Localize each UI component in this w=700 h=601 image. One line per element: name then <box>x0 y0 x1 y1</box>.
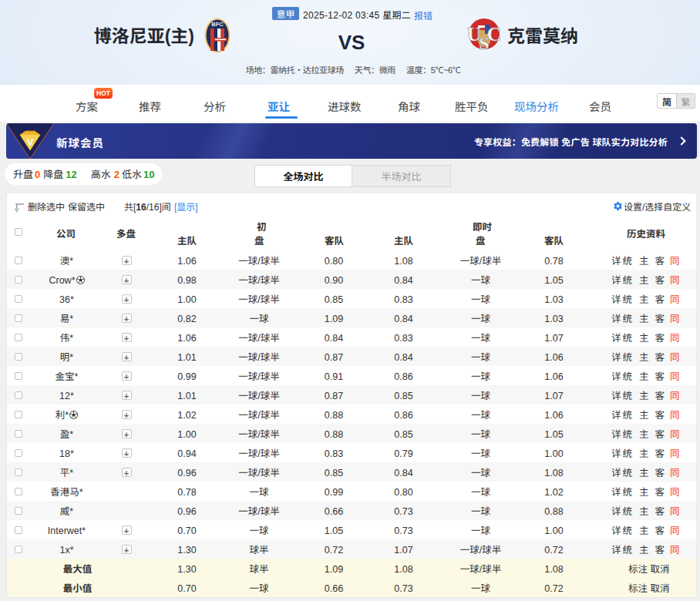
svg-text:S: S <box>479 33 489 51</box>
svg-text:V: V <box>27 136 34 148</box>
svg-text:BFC: BFC <box>211 21 224 28</box>
